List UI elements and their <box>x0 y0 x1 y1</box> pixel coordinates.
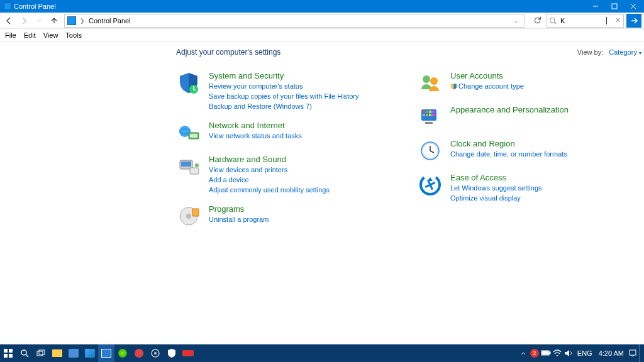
menu-view[interactable]: View <box>40 31 62 39</box>
system-security-icon <box>176 70 201 96</box>
link-uninstall[interactable]: Uninstall a program <box>209 215 269 224</box>
link-suggest-settings[interactable]: Let Windows suggest settings <box>450 184 542 193</box>
task-view-button[interactable] <box>33 344 49 362</box>
tray-chevron-up-icon[interactable] <box>518 348 528 358</box>
category-clock-region[interactable]: Clock and Region <box>450 138 567 149</box>
page-title: Adjust your computer's settings <box>176 48 577 57</box>
close-button[interactable] <box>624 0 643 13</box>
clock-region-icon <box>418 138 443 163</box>
svg-point-4 <box>550 18 555 23</box>
svg-rect-29 <box>425 122 433 124</box>
taskbar-app-3[interactable] <box>82 344 98 362</box>
taskbar-app-1[interactable] <box>49 344 65 362</box>
maximize-button[interactable] <box>605 0 624 13</box>
svg-point-14 <box>195 163 199 167</box>
search-input[interactable] <box>559 16 603 25</box>
start-button[interactable] <box>0 344 16 362</box>
tray-wifi-icon[interactable] <box>552 348 562 358</box>
category-ease-of-access[interactable]: Ease of Access <box>450 172 542 183</box>
tray-battery-icon[interactable] <box>541 348 551 358</box>
taskbar-app-5[interactable] <box>114 344 131 362</box>
category-user-accounts[interactable]: User Accounts <box>450 70 524 81</box>
taskbar-app-9[interactable] <box>180 344 196 362</box>
svg-point-18 <box>423 75 430 83</box>
svg-rect-35 <box>4 349 8 353</box>
clear-search-button[interactable]: ✕ <box>615 16 621 25</box>
link-visual-display[interactable]: Optimize visual display <box>450 194 542 203</box>
action-center-button[interactable] <box>628 348 638 358</box>
search-box[interactable]: ✕ <box>546 14 624 28</box>
link-mobility[interactable]: Adjust commonly used mobility settings <box>209 185 330 195</box>
tray-clock[interactable]: 4:20 AM <box>596 349 626 357</box>
svg-line-40 <box>26 354 28 357</box>
svg-rect-21 <box>423 111 425 113</box>
link-devices-printers[interactable]: View devices and printers <box>209 165 330 175</box>
svg-rect-42 <box>39 350 45 354</box>
search-icon <box>549 17 557 25</box>
tray-volume-icon[interactable] <box>564 348 574 358</box>
appearance-icon <box>418 104 443 129</box>
svg-rect-38 <box>9 354 13 358</box>
svg-rect-26 <box>426 114 428 116</box>
link-change-account-type[interactable]: Change account type <box>450 82 524 92</box>
svg-rect-36 <box>9 349 13 353</box>
link-file-history[interactable]: Save backup copies of your files with Fi… <box>209 92 358 101</box>
svg-rect-13 <box>190 168 199 174</box>
taskbar-app-2[interactable] <box>65 344 82 362</box>
address-bar[interactable]: ❯ Control Panel ⌄ <box>64 14 525 28</box>
svg-rect-10 <box>190 134 197 138</box>
ease-of-access-icon <box>418 172 443 197</box>
category-system-security[interactable]: System and Security <box>209 70 358 81</box>
breadcrumb-item[interactable]: Control Panel <box>89 17 131 25</box>
svg-line-5 <box>554 22 556 24</box>
svg-point-16 <box>186 214 191 219</box>
svg-rect-1 <box>612 4 617 9</box>
viewby-dropdown[interactable]: Category ▾ <box>609 48 641 56</box>
link-date-time[interactable]: Change date, time, or number formats <box>450 150 567 159</box>
svg-point-39 <box>21 350 26 355</box>
link-network-status[interactable]: View network status and tasks <box>209 131 302 141</box>
svg-rect-47 <box>542 351 548 354</box>
network-internet-icon <box>176 120 201 145</box>
svg-rect-24 <box>432 111 435 113</box>
svg-rect-25 <box>423 114 425 116</box>
svg-rect-22 <box>426 111 428 113</box>
taskbar-app-7[interactable] <box>147 344 164 362</box>
svg-point-44 <box>154 352 157 354</box>
link-add-device[interactable]: Add a device <box>209 175 330 185</box>
taskbar-app-8[interactable] <box>164 344 180 362</box>
up-button[interactable] <box>48 14 60 27</box>
menu-file[interactable]: File <box>1 31 20 39</box>
back-button[interactable] <box>3 14 15 27</box>
minimize-button[interactable] <box>586 0 605 13</box>
forward-button[interactable] <box>18 14 30 27</box>
menu-edit[interactable]: Edit <box>20 31 40 39</box>
link-backup-restore[interactable]: Backup and Restore (Windows 7) <box>209 102 358 111</box>
hardware-sound-icon <box>176 154 201 179</box>
recent-dropdown[interactable] <box>33 14 45 27</box>
link-review-status[interactable]: Review your computer's status <box>209 82 358 91</box>
taskbar-app-4[interactable] <box>98 344 114 362</box>
menu-tools[interactable]: Tools <box>62 31 86 39</box>
user-accounts-icon <box>418 70 443 96</box>
taskbar-app-6[interactable] <box>131 344 147 362</box>
category-programs[interactable]: Programs <box>209 204 269 214</box>
tray-notification-badge[interactable]: 2 <box>530 348 540 358</box>
svg-rect-37 <box>4 354 8 358</box>
address-dropdown[interactable]: ⌄ <box>511 18 521 24</box>
svg-rect-46 <box>549 352 550 354</box>
svg-rect-17 <box>192 209 199 216</box>
category-hardware-sound[interactable]: Hardware and Sound <box>209 154 330 165</box>
svg-rect-41 <box>37 351 43 356</box>
category-appearance[interactable]: Appearance and Personalization <box>450 104 569 115</box>
svg-rect-48 <box>630 350 636 355</box>
refresh-button[interactable] <box>531 14 543 27</box>
tray-language[interactable]: ENG <box>575 349 595 357</box>
taskbar-search[interactable] <box>16 344 33 362</box>
search-go-button[interactable] <box>626 14 641 28</box>
programs-icon <box>176 204 201 229</box>
chevron-right-icon[interactable]: ❯ <box>80 18 85 24</box>
show-desktop-button[interactable] <box>639 344 641 362</box>
category-network-internet[interactable]: Network and Internet <box>209 120 302 131</box>
control-panel-icon <box>67 16 76 25</box>
